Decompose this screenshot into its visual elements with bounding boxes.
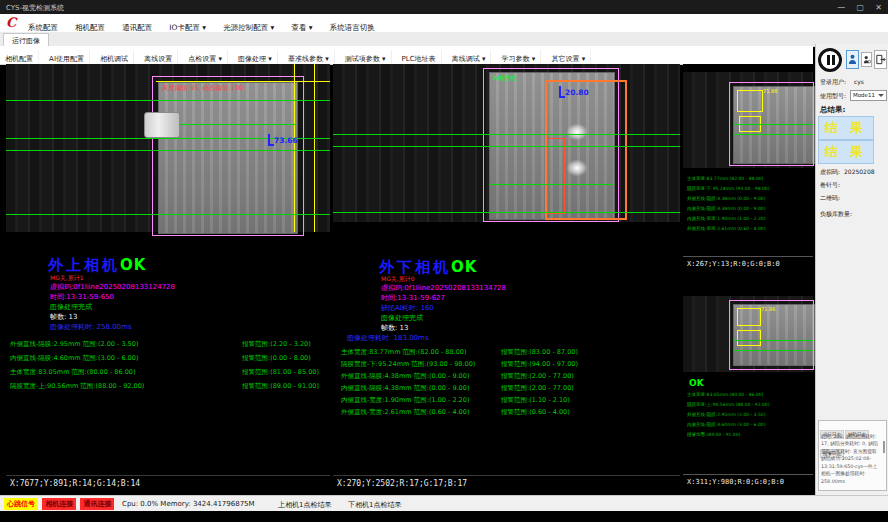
measure-text: 主体宽度:83.05mm 范围:(80.00 - 86.00) — [10, 368, 135, 376]
measurement-row: 内侧直线-隔膜:4.38mm 范围:(0.00 - 9.00) — [341, 384, 469, 393]
baseline — [733, 340, 813, 341]
tool-baseline-params[interactable]: 基准线参数 ▾ — [283, 50, 335, 64]
status-ok: OK — [451, 258, 477, 276]
result-box-bottom: 结 果 — [818, 140, 874, 164]
pause-button[interactable] — [818, 48, 842, 72]
measure-line — [314, 64, 315, 232]
tool-camera-config[interactable]: 相机配置 — [0, 50, 39, 64]
time-line: 时间:13-31-59-650 — [50, 292, 114, 302]
exit-button[interactable] — [874, 50, 887, 69]
left-camera-view[interactable]: 灰度阈值:93, 动态阈值:100 73.66 外上相机OK MG关,累计1 虚… — [6, 64, 330, 495]
alarm-range: 报警范围:(2.00 - 77.00) — [501, 384, 574, 393]
tiny-measure-line: 隔膜宽度-上:90.56mm (88.00 - 92.00) — [687, 402, 769, 407]
log-scrollbar[interactable] — [883, 441, 885, 453]
measure-text: 内侧直线-宽度:1.90mm 范围:(1.00 - 2.20) — [341, 396, 469, 404]
tool-plc-address-table[interactable]: PLC地址表 — [397, 50, 442, 64]
alarm-text: 报警范围:(0.60 - 4.00) — [501, 408, 570, 416]
menu-bar: C 系统配置 相机配置 通讯配置 IO卡配置 ▾ 光源控制配置 ▾ 查看 ▾ 系… — [0, 14, 888, 33]
alarm-range: 报警范围:(1.10 - 2.10) — [501, 396, 570, 405]
bottom-camera-spotcheck-result[interactable]: 下相机1点检结果 — [348, 500, 401, 510]
top-camera-spotcheck-result[interactable]: 上相机1点检结果 — [278, 500, 331, 510]
measure-text: 外侧直线-隔膜:4.38mm 范围:(0.00 - 9.00) — [341, 372, 469, 380]
baseline — [333, 146, 680, 147]
tiny-measure-line: 隔膜宽度-下:95.24mm (93.00 - 98.00) — [687, 186, 769, 191]
alarm-range: 报警范围:(2.00 - 77.00) — [501, 372, 574, 381]
baseline — [489, 184, 613, 185]
minimize-button[interactable]: — — [837, 3, 845, 12]
measure-text: 内侧直线-隔膜:4.60mm 范围:(3.00 - 6.00) — [10, 354, 138, 362]
camera-connection-badge: 相机连接 — [42, 498, 76, 510]
done-line: 图像处理完成 — [50, 302, 92, 312]
measure-rect — [737, 330, 761, 346]
threshold-overlay-text: 灰度阈值:93, 动态阈值:100 — [162, 84, 243, 93]
user-gear-icon — [863, 55, 871, 65]
done-line: 图像处理完成 — [381, 313, 423, 323]
measurement-row: 外侧直线-宽度:2.61mm 范围:(0.60 - 4.00) — [341, 408, 469, 417]
login-user-label: 登录用户: — [820, 78, 846, 87]
tool-offline-debug[interactable]: 离线调试 ▾ — [447, 50, 492, 64]
cpu-memory-readout: Cpu: 0.0% Memory: 3424.41796875M — [122, 500, 255, 508]
ai-box-label: AI检测框 — [493, 74, 517, 83]
tiny-measure-line: 外侧直线-隔膜:4.38mm (0.00 - 9.00) — [687, 196, 765, 201]
alarm-text: 报警范围:(0.00 - 8.00) — [242, 354, 311, 362]
small-bottom-camera-view[interactable]: 71.86 OK 主体宽度:83.05mm (80.00 - 86.00) 隔膜… — [683, 280, 813, 494]
camera-name: 外下相机 — [379, 258, 451, 276]
status-ok: OK — [120, 256, 146, 274]
measure-text: 外侧直线-宽度:2.61mm 范围:(0.60 - 4.00) — [341, 408, 469, 416]
measurement-row: 内侧直线-宽度:1.90mm 范围:(1.00 - 2.20) — [341, 396, 469, 405]
alarm-range: 报警范围:(81.00 - 85.00) — [242, 368, 319, 377]
alarm-text: 报警范围:(89.00 - 91.00) — [242, 382, 319, 390]
alarm-text: 报警范围:(83.00 - 87.00) — [501, 348, 578, 356]
tool-ai-use-config[interactable]: AI使用配置 — [44, 50, 90, 64]
model-select[interactable]: Mode11 — [850, 90, 887, 101]
baseline — [6, 150, 330, 151]
alarm-range: 报警范围:(0.00 - 8.00) — [242, 354, 311, 363]
measure-value-label: 73.66 — [274, 136, 298, 145]
pause-icon — [832, 55, 835, 65]
tiny-measure-line: 外侧直线-隔膜:2.95mm (2.00 - 3.50) — [687, 412, 765, 417]
tool-other-settings[interactable]: 其它设置 ▾ — [546, 50, 591, 64]
tool-camera-debug[interactable]: 相机调试 — [95, 50, 134, 64]
ai-elapsed-line: 缺陷AI耗时: 160 — [381, 303, 434, 313]
pixel-coordinate-readout: X:311;Y:980;R:0;G:0;B:0 — [687, 478, 784, 486]
baseline — [333, 134, 680, 135]
baseline — [6, 214, 330, 215]
app-logo-icon: C — [6, 15, 16, 30]
user-settings-button[interactable] — [861, 52, 872, 67]
result-box-top: 结 果 — [818, 116, 874, 140]
tool-offline-settings[interactable]: 离线设置 — [139, 50, 178, 64]
tool-image-processing[interactable]: 图像处理 ▾ — [233, 50, 278, 64]
barcode-line: 虚拟码:0f1liine20250208133124728 — [50, 282, 175, 292]
alarm-range: 报警范围:(0.60 - 4.00) — [501, 408, 570, 417]
user-login-button[interactable] — [846, 50, 859, 69]
defect-rect — [547, 138, 565, 214]
baseline — [733, 134, 813, 135]
tiny-measure-line: 内侧直线-隔膜:4.38mm (0.00 - 9.00) — [687, 206, 765, 211]
comm-connection-badge: 通讯连接 — [80, 498, 114, 510]
tiny-measure-line: 报警范围:(89.00 - 91.00) — [687, 432, 740, 437]
measurement-row: 外侧直线-隔膜:4.38mm 范围:(0.00 - 9.00) — [341, 372, 469, 381]
camera-result-title: 外上相机OK — [48, 256, 146, 275]
middle-camera-view[interactable]: AI检测框 20.80 外下相机OK MG关,累计0 虚拟码:0f1liine2… — [333, 64, 680, 495]
measure-text: 隔膜宽度-上:90.56mm 范围:(88.00 - 92.00) — [10, 382, 144, 390]
divider — [6, 475, 330, 476]
measure-text: 外侧直线-隔膜:2.95mm 范围:(2.00 - 3.50) — [10, 340, 138, 348]
alarm-text: 报警范围:(94.00 - 97.00) — [501, 360, 578, 368]
small-top-camera-view[interactable]: 71.86 主体宽度:83.77mm (82.00 - 88.00) 隔膜宽度-… — [683, 64, 813, 276]
close-button[interactable]: ✕ — [875, 3, 882, 12]
tool-spotcheck-settings[interactable]: 点检设置 ▾ — [183, 50, 228, 64]
log-box[interactable]: 运行日志缺陷日志报警日志 耗时: 222, 缺陷检测耗时: 17, 缺陷分类耗时… — [818, 420, 887, 491]
baseline — [6, 100, 330, 101]
tool-learning-params[interactable]: 学习参数 ▾ — [497, 50, 542, 64]
highlight-spot — [567, 160, 587, 176]
barcode-line: 虚拟码:0f1liine20250208133134728 — [381, 283, 506, 293]
tiny-measure-line: 主体宽度:83.77mm (82.00 - 88.00) — [687, 176, 763, 181]
alarm-text: 报警范围:(2.00 - 77.00) — [501, 384, 574, 392]
measurement-row: 主体宽度:83.77mm 范围:(82.00 - 88.00) — [341, 348, 466, 357]
left-camera-image: 灰度阈值:93, 动态阈值:100 73.66 — [6, 64, 330, 232]
tool-test-params[interactable]: 测试项参数 ▾ — [340, 50, 392, 64]
divider — [683, 474, 813, 475]
elapsed-line: 图像处理耗时: 258.00ms — [50, 322, 132, 332]
model-label: 使用型号: — [820, 92, 846, 101]
maximize-button[interactable]: ▢ — [857, 3, 865, 12]
